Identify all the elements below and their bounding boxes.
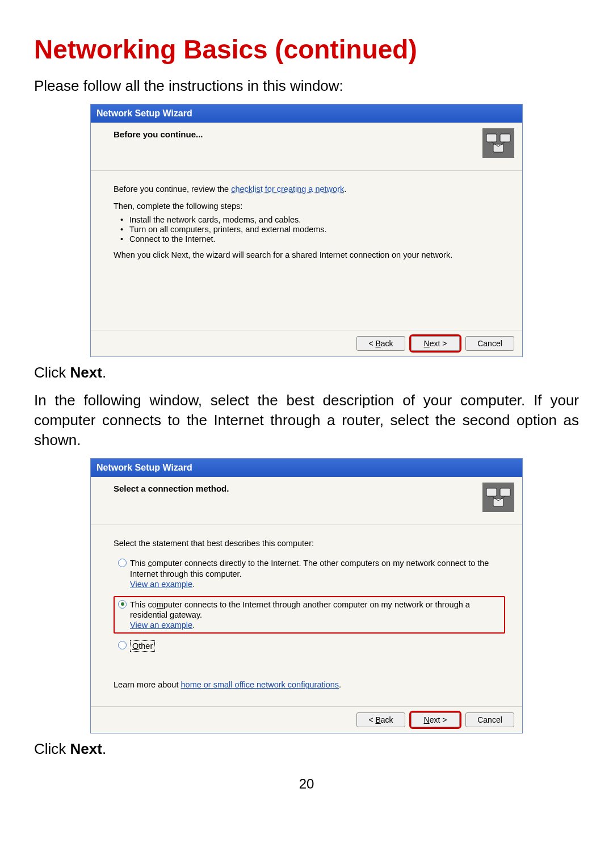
page-number: 20 [34, 776, 579, 792]
wizard-window-before-you-continue: Network Setup Wizard Before you continue… [90, 104, 523, 357]
click-next-text: Click Next. [34, 363, 579, 383]
titlebar: Network Setup Wizard [91, 104, 522, 123]
radio-icon [118, 641, 127, 649]
wizard-text: Then, complete the following steps: [114, 202, 505, 211]
intro-text: Please follow all the instructions in th… [34, 76, 579, 96]
window-title: Network Setup Wizard [96, 108, 192, 119]
radio-icon [118, 600, 127, 609]
wizard-window-select-connection: Network Setup Wizard Select a connection… [90, 458, 523, 733]
click-next-text: Click Next. [34, 739, 579, 759]
learn-more-text: Learn more about home or small office ne… [114, 680, 505, 689]
cancel-button[interactable]: Cancel [465, 336, 514, 351]
svg-rect-1 [500, 134, 510, 142]
view-example-link[interactable]: View an example [130, 620, 192, 630]
wizard-text: When you click Next, the wizard will sea… [114, 250, 505, 259]
network-computers-icon [482, 483, 514, 512]
radio-option-other[interactable]: Other [114, 637, 505, 655]
svg-rect-2 [493, 144, 503, 152]
wizard-prompt: Select the statement that best describes… [114, 539, 505, 548]
paragraph-text: In the following window, select the best… [34, 391, 579, 450]
window-title: Network Setup Wizard [96, 463, 192, 473]
bullet-item: Connect to the Internet. [124, 234, 505, 244]
radio-option-direct[interactable]: This computer connects directly to the I… [114, 555, 505, 592]
radio-option-gateway[interactable]: This computer connects to the Internet t… [114, 596, 505, 634]
cancel-button[interactable]: Cancel [465, 712, 514, 727]
titlebar: Network Setup Wizard [91, 459, 522, 477]
bullet-item: Turn on all computers, printers, and ext… [124, 225, 505, 234]
back-button[interactable]: < Back [356, 336, 405, 351]
next-button[interactable]: Next > [411, 336, 460, 351]
page-title: Networking Basics (continued) [34, 34, 579, 65]
svg-rect-5 [486, 488, 497, 496]
svg-rect-0 [486, 134, 497, 142]
back-button[interactable]: < Back [356, 712, 405, 727]
bullet-item: Install the network cards, modems, and c… [124, 215, 505, 224]
svg-rect-7 [493, 498, 503, 506]
radio-icon [118, 559, 127, 567]
next-button[interactable]: Next > [411, 712, 460, 727]
learn-more-link[interactable]: home or small office network configurati… [181, 680, 339, 689]
wizard-header: Before you continue... [114, 128, 203, 139]
network-computers-icon [482, 128, 514, 158]
wizard-header: Select a connection method. [114, 483, 229, 493]
view-example-link[interactable]: View an example [130, 580, 192, 589]
svg-rect-6 [500, 488, 510, 496]
checklist-link[interactable]: checklist for creating a network [231, 184, 344, 194]
wizard-text: Before you continue, review the checklis… [114, 184, 505, 194]
